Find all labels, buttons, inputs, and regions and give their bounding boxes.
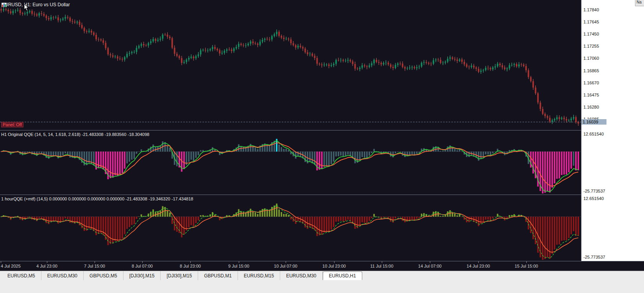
panel-toggle-label[interactable]: Panel: Off — [1, 122, 23, 127]
price-axis-label: 1.17450 — [583, 32, 599, 36]
tab-eurusd-m30[interactable]: EURUSD,M30 — [280, 271, 322, 280]
tab-gbpusd-m5[interactable]: GBPUSD,M5 — [84, 271, 123, 280]
chart-title-row: EURUSD, H1: Euro vs US Dollar — [2, 2, 70, 7]
indicator1-scale-max: 12.651540 — [583, 132, 604, 136]
chart-tab-bar: EURUSD,M5EURUSD,M30GBPUSD,M5[DJI30],M15[… — [0, 271, 644, 293]
time-axis-label: 8 Jul 07:00 — [132, 264, 153, 268]
price-axis-label: 1.16280 — [583, 105, 599, 109]
tab-eurusd-m5[interactable]: EURUSD,M5 — [2, 271, 41, 280]
time-axis-tick — [382, 261, 382, 263]
indicator1-scale-min: -25.773537 — [583, 189, 605, 193]
qqe-mtf-indicator-panel[interactable] — [0, 195, 581, 261]
time-axis-tick — [190, 261, 191, 263]
time-axis-tick — [430, 261, 430, 263]
time-axis-tick — [1, 261, 1, 263]
current-price-badge: 1.16039 — [581, 119, 606, 125]
time-axis-label: 10 Jul 07:00 — [274, 264, 297, 268]
tab-eurusd-m15[interactable]: EURUSD,M15 — [238, 271, 280, 280]
time-axis[interactable]: 4 Jul 20254 Jul 23:007 Jul 15:008 Jul 07… — [0, 261, 644, 271]
chart-title: EURUSD, H1: Euro vs US Dollar — [2, 2, 70, 7]
price-axis-label: 1.17645 — [583, 20, 599, 24]
chart-tabs: EURUSD,M5EURUSD,M30GBPUSD,M5[DJI30],M15[… — [0, 271, 644, 280]
time-axis-label: 11 Jul 15:00 — [370, 264, 393, 268]
time-axis-label: 14 Jul 07:00 — [418, 264, 442, 268]
price-axis-label: 1.16475 — [583, 93, 599, 97]
time-axis-tick — [239, 261, 239, 263]
tab-eurusd-h1[interactable]: EURUSD,H1 — [323, 272, 362, 280]
panel-divider[interactable] — [0, 195, 644, 195]
time-axis-tick — [286, 261, 286, 263]
indicator2-header: 1 hourQQE (+mtf) (14,5) 0.000000 0.00000… — [1, 197, 193, 201]
indicator2-scale-min: -25.773537 — [583, 255, 605, 259]
price-axis-label: 1.17060 — [583, 56, 599, 61]
price-axis-label: 1.16670 — [583, 80, 599, 85]
tab-eurusd-m30[interactable]: EURUSD,M30 — [41, 271, 84, 280]
time-axis-label: 10 Jul 23:00 — [322, 264, 346, 268]
time-axis-label: 15 Jul 15:00 — [515, 264, 538, 268]
price-axis-label: 1.16865 — [583, 68, 599, 73]
navigator-window-fragment[interactable]: Na — [635, 0, 644, 6]
time-axis-tick — [95, 261, 95, 263]
qqe-indicator-panel[interactable] — [0, 130, 581, 195]
tab-dji30-m15[interactable]: [DJI30],M15 — [161, 271, 198, 280]
time-axis-label: 4 Jul 23:00 — [36, 264, 57, 268]
time-axis-label: 7 Jul 15:00 — [84, 264, 105, 268]
time-axis-tick — [142, 261, 143, 263]
tab-dji30-m15[interactable]: [DJI30],M15 — [123, 271, 161, 280]
price-axis-label: 1.17840 — [583, 7, 599, 12]
indicator1-header: H1 Original QQE (14, 5, 14, 1.618, 2.618… — [1, 132, 149, 137]
bar-chart-icon — [2, 3, 7, 7]
mouse-cursor — [24, 4, 29, 11]
time-axis-tick — [47, 261, 47, 263]
indicator2-scale-max: 12.651540 — [583, 196, 604, 201]
terminal-window: EURUSD, H1: Euro vs US Dollar Panel: Off… — [0, 0, 644, 293]
price-axis[interactable]: 12.651540 -25.773537 12.651540 -25.77353… — [581, 0, 644, 261]
panel-divider[interactable] — [0, 130, 644, 130]
tab-gbpusd-m1[interactable]: GBPUSD,M1 — [198, 271, 238, 280]
time-axis-label: 14 Jul 23:00 — [467, 264, 490, 268]
main-chart-canvas[interactable] — [0, 0, 581, 130]
time-axis-tick — [478, 261, 479, 263]
time-axis-tick — [334, 261, 335, 263]
time-axis-tick — [526, 261, 527, 263]
time-axis-label: 4 Jul 2025 — [1, 264, 21, 268]
time-axis-label: 8 Jul 23:00 — [180, 264, 201, 268]
price-axis-label: 1.17255 — [583, 44, 599, 48]
time-axis-label: 9 Jul 15:00 — [228, 264, 249, 268]
